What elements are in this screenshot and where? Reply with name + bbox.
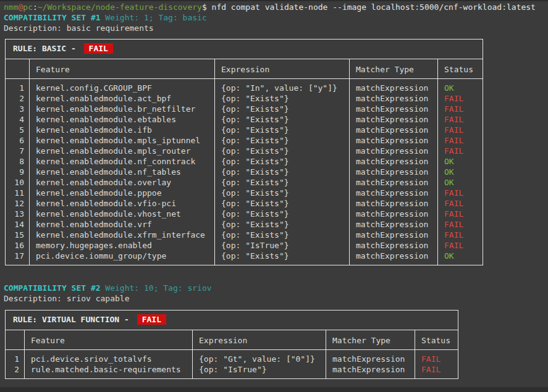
feature-cell: kernel.enabledmodule.act_bpf [30, 93, 215, 104]
expression-cell: {op: "In", value: ["y"]} [215, 79, 350, 94]
feature-cell: kernel.enabledmodule.vrf [30, 219, 215, 230]
matcher-cell: matchExpression [350, 251, 438, 265]
matcher-cell: matchExpression [350, 93, 438, 104]
feature-cell: kernel.config.CGROUP_BPF [30, 79, 215, 94]
status-cell: FAIL [415, 364, 458, 379]
row-index-cell: 2 [6, 93, 30, 104]
status-cell: FAIL [438, 230, 483, 240]
table-row: 5kernel.enabledmodule.ifb{op: "Exists"}m… [6, 125, 483, 135]
row-index-cell: 10 [6, 177, 30, 188]
set1-title-line: COMPATIBILITY SET #1 Weight: 1; Tag: bas… [4, 12, 548, 23]
table-row: 14kernel.enabledmodule.vrf{op: "Exists"}… [6, 219, 483, 230]
status-cell: FAIL [438, 240, 483, 251]
matcher-cell: matchExpression [350, 209, 438, 219]
rule-header-cell: RULE: BASIC - FAIL [6, 40, 483, 59]
row-index-cell: 9 [6, 167, 30, 177]
table-row: 9kernel.enabledmodule.nf_tables{op: "Exi… [6, 167, 483, 177]
status-cell: OK [438, 79, 483, 94]
expression-cell: {op: "Exists"} [215, 135, 350, 146]
matcher-cell: matchExpression [326, 364, 415, 379]
prompt-host: pc [23, 2, 33, 12]
row-index-cell: 12 [6, 198, 30, 209]
table-row: 13kernel.enabledmodule.vhost_net{op: "Ex… [6, 209, 483, 219]
feature-cell: kernel.enabledmodule.vfio-pci [30, 198, 215, 209]
results-table-basic: RULE: BASIC - FAIL Feature Expression Ma… [5, 39, 483, 265]
expression-cell: {op: "Exists"} [215, 230, 350, 240]
rule-label: RULE: BASIC - [13, 44, 81, 53]
feature-cell: kernel.enabledmodule.pppoe [30, 188, 215, 198]
status-cell: FAIL [438, 104, 483, 114]
prompt-path: ~/Workspace/node-feature-discovery [38, 2, 202, 12]
expression-cell: {op: "Exists"} [215, 146, 350, 156]
matcher-cell: matchExpression [350, 167, 438, 177]
table-row: 3kernel.enabledmodule.br_netfilter{op: "… [6, 104, 483, 114]
matcher-cell: matchExpression [350, 240, 438, 251]
table-row: 2kernel.enabledmodule.act_bpf{op: "Exist… [6, 93, 483, 104]
index-column-header [6, 59, 30, 79]
status-cell: FAIL [438, 135, 483, 146]
matcher-cell: matchExpression [350, 125, 438, 135]
table-row: 4kernel.enabledmodule.ebtables{op: "Exis… [6, 114, 483, 125]
feature-cell: kernel.enabledmodule.br_netfilter [30, 104, 215, 114]
terminal-screen[interactable]: nmm@pc:~/Workspace/node-feature-discover… [0, 0, 548, 379]
table-row: 1kernel.config.CGROUP_BPF{op: "In", valu… [6, 79, 483, 94]
table-row: 11kernel.enabledmodule.pppoe{op: "Exists… [6, 188, 483, 198]
prompt-user: nmm [4, 2, 18, 12]
matcher-cell: matchExpression [350, 104, 438, 114]
row-index-cell: 5 [6, 125, 30, 135]
status-cell: FAIL [438, 146, 483, 156]
feature-cell: kernel.enabledmodule.overlay [30, 177, 215, 188]
expression-cell: {op: "Exists"} [215, 125, 350, 135]
row-index-cell: 16 [6, 240, 30, 251]
row-index-cell: 1 [6, 79, 30, 94]
status-cell: OK [438, 156, 483, 167]
row-index-cell: 17 [6, 251, 30, 265]
terminal-prompt-line: nmm@pc:~/Workspace/node-feature-discover… [4, 2, 548, 12]
set2-title-line: COMPATIBILITY SET #2 Weight: 10; Tag: sr… [4, 283, 548, 293]
table-row: 1pci.device.sriov_totalvfs{op: "Gt", val… [6, 350, 458, 365]
feature-cell: kernel.enabledmodule.mpls_iptunnel [30, 135, 215, 146]
matcher-column-header: Matcher Type [350, 59, 438, 79]
feature-cell: kernel.enabledmodule.vhost_net [30, 209, 215, 219]
feature-cell: kernel.enabledmodule.ebtables [30, 114, 215, 125]
table-header-row: Feature Expression Matcher Type Status [6, 59, 483, 79]
status-cell: FAIL [415, 350, 458, 365]
set2-meta: Weight: 10; Tag: sriov [101, 283, 212, 293]
set1-meta: Weight: 1; Tag: basic [101, 13, 207, 22]
rule-status-badge: FAIL [137, 314, 166, 325]
feature-cell: kernel.enabledmodule.nf_conntrack [30, 156, 215, 167]
feature-cell: kernel.enabledmodule.xfrm_interface [30, 230, 215, 240]
expression-cell: {op: "Exists"} [215, 188, 350, 198]
row-index-cell: 7 [6, 146, 30, 156]
row-index-cell: 1 [6, 350, 25, 365]
feature-cell: pci.device.iommu_group/type [30, 251, 215, 265]
status-cell: FAIL [438, 219, 483, 230]
expression-cell: {op: "Exists"} [215, 114, 350, 125]
index-column-header [6, 330, 25, 350]
feature-column-header: Feature [30, 59, 215, 79]
expression-cell: {op: "IsTrue"} [215, 240, 350, 251]
feature-cell: kernel.enabledmodule.mpls_router [30, 146, 215, 156]
expression-cell: {op: "Exists"} [215, 219, 350, 230]
feature-cell: rule.matched.basic-requirements [25, 364, 193, 379]
expression-column-header: Expression [193, 330, 326, 350]
expression-cell: {op: "Exists"} [215, 198, 350, 209]
row-index-cell: 14 [6, 219, 30, 230]
status-cell: FAIL [438, 125, 483, 135]
table-body: 1pci.device.sriov_totalvfs{op: "Gt", val… [6, 350, 458, 379]
matcher-cell: matchExpression [350, 156, 438, 167]
matcher-cell: matchExpression [350, 219, 438, 230]
status-cell: OK [438, 167, 483, 177]
expression-cell: {op: "Exists"} [215, 167, 350, 177]
status-cell: FAIL [438, 188, 483, 198]
expression-cell: {op: "Exists"} [215, 177, 350, 188]
expression-column-header: Expression [215, 59, 350, 79]
table-row: 2rule.matched.basic-requirements{op: "Is… [6, 364, 458, 379]
table-row: 12kernel.enabledmodule.vfio-pci{op: "Exi… [6, 198, 483, 209]
status-column-header: Status [438, 59, 483, 79]
table-row: 16memory.hugepages.enabled{op: "IsTrue"}… [6, 240, 483, 251]
table-body: 1kernel.config.CGROUP_BPF{op: "In", valu… [6, 79, 483, 265]
status-cell: FAIL [438, 198, 483, 209]
table-row: 15kernel.enabledmodule.xfrm_interface{op… [6, 230, 483, 240]
expression-cell: {op: "Exists"} [215, 93, 350, 104]
